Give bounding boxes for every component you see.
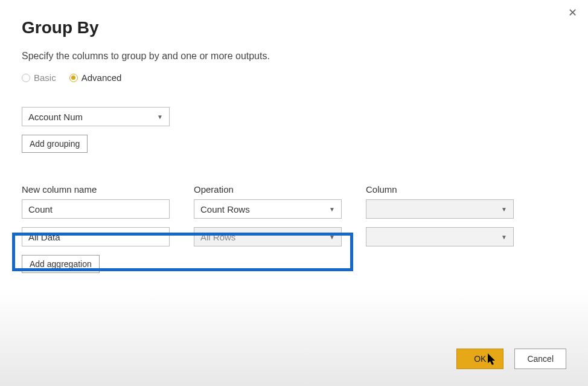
dialog-footer: OK Cancel (456, 349, 566, 369)
chevron-down-icon: ▼ (329, 206, 335, 213)
close-icon[interactable]: ✕ (568, 6, 577, 19)
add-aggregation-button[interactable]: Add aggregation (22, 255, 100, 273)
chevron-down-icon: ▼ (329, 234, 335, 240)
column-dropdown: ▼ (366, 227, 514, 246)
ok-button[interactable]: OK (456, 349, 503, 369)
column-dropdown: ▼ (366, 199, 514, 219)
aggregation-headers: New column name Operation Column (22, 184, 566, 195)
dropdown-value: All Rows (200, 232, 235, 242)
aggregation-row: All Rows ▼ ▼ (22, 227, 566, 246)
header-column: Column (366, 184, 514, 195)
header-new-column: New column name (22, 184, 170, 195)
radio-dot-icon (71, 76, 75, 80)
new-column-name-input[interactable] (22, 227, 170, 246)
group-by-dialog: Group By Specify the columns to group by… (0, 0, 588, 291)
operation-dropdown[interactable]: All Rows ▼ (194, 227, 342, 246)
header-operation: Operation (194, 184, 342, 195)
dropdown-value: Account Num (28, 112, 83, 122)
aggregation-row: Count Rows ▼ ▼ (22, 199, 566, 219)
mode-radio-basic[interactable]: Basic (22, 72, 56, 83)
mode-radio-group: Basic Advanced (22, 72, 566, 83)
dropdown-value: Count Rows (200, 204, 250, 214)
radio-icon (22, 74, 30, 82)
radio-label: Advanced (81, 72, 122, 83)
dialog-title: Group By (22, 18, 566, 37)
operation-dropdown[interactable]: Count Rows ▼ (194, 199, 342, 219)
chevron-down-icon: ▼ (501, 234, 507, 240)
dialog-description: Specify the columns to group by and one … (22, 51, 566, 62)
chevron-down-icon: ▼ (501, 206, 507, 213)
grouping-column-dropdown[interactable]: Account Num ▼ (22, 107, 170, 126)
chevron-down-icon: ▼ (157, 114, 163, 120)
mode-radio-advanced[interactable]: Advanced (69, 72, 122, 83)
radio-icon (69, 74, 78, 82)
cancel-button[interactable]: Cancel (514, 349, 566, 369)
radio-label: Basic (34, 72, 56, 83)
add-grouping-button[interactable]: Add grouping (22, 135, 88, 153)
new-column-name-input[interactable] (22, 199, 170, 219)
